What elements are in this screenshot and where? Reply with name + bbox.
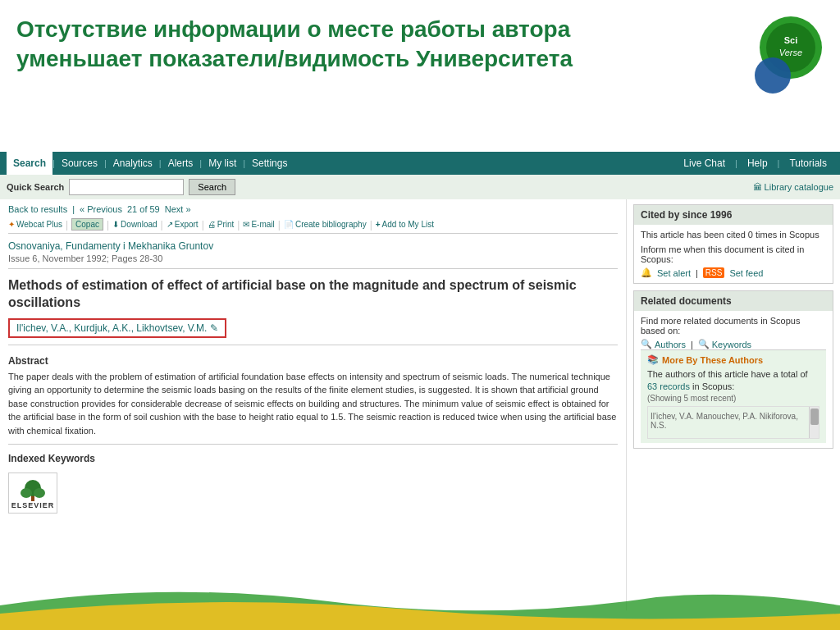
sciverse-logo: Sci Verse [758, 15, 824, 80]
add-icon: + [376, 220, 381, 229]
navigation-bar: Search | Sources | Analytics | Alerts | … [0, 152, 840, 175]
article-title: Methods of estimation of effect of artif… [8, 277, 618, 312]
more-by-authors-title: 📚 More By These Authors [647, 354, 819, 365]
keywords-link[interactable]: 🔍 Keywords [698, 339, 751, 349]
presentation-slide: Отсутствие информации о месте работы авт… [0, 0, 840, 152]
author-link-icon: ✎ [210, 322, 218, 334]
cited-by-text: This article has been cited 0 times in S… [641, 230, 826, 240]
alert-row: 🔔 Set alert | RSS Set feed [641, 267, 826, 278]
article-toolbar: ✦ Webcat Plus | Copac | ⬇ Download | ↗ E… [8, 216, 618, 234]
library-icon: 🏛 [753, 182, 762, 192]
set-alert-link[interactable]: Set alert [657, 268, 691, 278]
set-feed-link[interactable]: Set feed [729, 268, 763, 278]
abstract-section: Abstract The paper deals with the proble… [8, 355, 618, 438]
cited-by-header: Cited by since 1996 [634, 205, 833, 225]
journal-name[interactable]: Osnovaniya, Fundamenty i Mekhanika Grunt… [8, 240, 618, 252]
nav-analytics[interactable]: Analytics [107, 152, 159, 175]
content-area: Back to results | « Previous 21 of 59 Ne… [0, 199, 840, 610]
webcat-plus-btn[interactable]: ✦ Webcat Plus [8, 220, 62, 229]
svg-point-7 [34, 488, 45, 498]
search-icon: 🔍 [641, 339, 652, 349]
inform-text: Inform me when this document is cited in… [641, 244, 826, 264]
add-to-mylist-btn[interactable]: + Add to My List [376, 220, 434, 229]
library-catalogue-link[interactable]: 🏛 Library catalogue [753, 182, 833, 192]
cited-by-body: This article has been cited 0 times in S… [634, 225, 833, 283]
rss-icon: RSS [703, 267, 725, 278]
authors-box[interactable]: Il'ichev, V.A., Kurdjuk, A.K., Likhovtse… [8, 318, 226, 338]
quick-search-label: Quick Search [7, 182, 64, 192]
related-docs-body: Find more related documents in Scopus ba… [634, 311, 833, 448]
email-btn[interactable]: ✉ E-mail [243, 220, 274, 229]
author-list: Il'ichev, V.A. Manouchev, P.A. Nikiforov… [648, 409, 819, 432]
authors-section: Il'ichev, V.A., Kurdjuk, A.K., Likhovtse… [8, 318, 618, 338]
nav-mylist[interactable]: My list [202, 152, 243, 175]
elsevier-section: ELSEVIER [8, 472, 618, 514]
alert-icon: 🔔 [641, 267, 652, 278]
nav-left: Search | Sources | Analytics | Alerts | … [7, 152, 677, 175]
related-docs-card: Related documents Find more related docu… [633, 290, 833, 449]
keywords-section: Indexed Keywords [8, 453, 618, 464]
abstract-text: The paper deals with the problem of esti… [8, 370, 618, 438]
book-icon: 📚 [647, 354, 659, 365]
nav-search[interactable]: Search [7, 152, 52, 175]
search-button[interactable]: Search [189, 179, 235, 195]
bibliography-icon: 📄 [284, 220, 294, 229]
export-icon: ↗ [167, 220, 173, 229]
slide-title: Отсутствие информации о месте работы авт… [16, 15, 689, 75]
scrollbar[interactable] [809, 407, 819, 438]
nav-livechat[interactable]: Live Chat [677, 152, 732, 175]
related-docs-header: Related documents [634, 291, 833, 311]
export-btn[interactable]: ↗ Export [167, 220, 199, 229]
print-btn[interactable]: 🖨 Print [208, 220, 235, 229]
find-related-text: Find more related documents in Scopus ba… [641, 316, 826, 336]
copac-btn[interactable]: Copac [71, 218, 103, 231]
authors-records-text: The authors of this article have a total… [647, 368, 819, 394]
print-icon: 🖨 [208, 220, 216, 229]
bibliography-btn[interactable]: 📄 Create bibliography [284, 220, 367, 229]
search-icon-2: 🔍 [698, 339, 710, 349]
nav-help[interactable]: Help [741, 152, 774, 175]
abstract-label: Abstract [8, 355, 618, 367]
pagination-bar: Back to results | « Previous 21 of 59 Ne… [8, 203, 618, 216]
back-to-results[interactable]: Back to results [8, 204, 67, 214]
nav-settings[interactable]: Settings [245, 152, 294, 175]
download-btn[interactable]: ⬇ Download [112, 220, 157, 229]
authors-link[interactable]: 🔍 Authors [641, 339, 686, 349]
journal-issue: Issue 6, November 1992; Pages 28-30 [8, 253, 618, 263]
next-link[interactable]: Next » [165, 204, 191, 214]
main-content: Back to results | « Previous 21 of 59 Ne… [0, 199, 627, 610]
scrollbar-thumb[interactable] [810, 409, 819, 425]
svg-point-6 [21, 488, 32, 498]
email-icon: ✉ [243, 220, 249, 229]
keywords-label: Indexed Keywords [8, 453, 95, 464]
authors-scroll-area[interactable]: Il'ichev, V.A. Manouchev, P.A. Nikiforov… [647, 406, 819, 439]
download-icon: ⬇ [112, 220, 119, 229]
position-indicator: 21 of 59 [127, 204, 160, 214]
elsevier-logo: ELSEVIER [8, 472, 57, 514]
bottom-wave-decoration [0, 581, 840, 630]
nav-alerts[interactable]: Alerts [162, 152, 200, 175]
search-input[interactable] [69, 179, 184, 195]
more-by-authors-section: 📚 More By These Authors The authors of t… [641, 349, 826, 443]
svg-text:Sci: Sci [784, 35, 798, 45]
webcat-icon: ✦ [8, 220, 15, 229]
nav-right: Live Chat | Help | Tutorials [677, 152, 833, 175]
authors-text: Il'ichev, V.A., Kurdjuk, A.K., Likhovtse… [16, 322, 207, 334]
prev-link[interactable]: « Previous [80, 204, 122, 214]
related-links-row: 🔍 Authors | 🔍 Keywords [641, 339, 826, 349]
cited-by-card: Cited by since 1996 This article has bee… [633, 204, 833, 284]
svg-text:Verse: Verse [779, 48, 802, 57]
records-link[interactable]: 63 records [647, 381, 690, 391]
search-bar: Quick Search Search 🏛 Library catalogue [0, 175, 840, 199]
showing-text: (Showing 5 most recent) [647, 394, 819, 403]
right-sidebar: Cited by since 1996 This article has bee… [627, 199, 840, 610]
nav-sources[interactable]: Sources [55, 152, 104, 175]
nav-tutorials[interactable]: Tutorials [783, 152, 833, 175]
